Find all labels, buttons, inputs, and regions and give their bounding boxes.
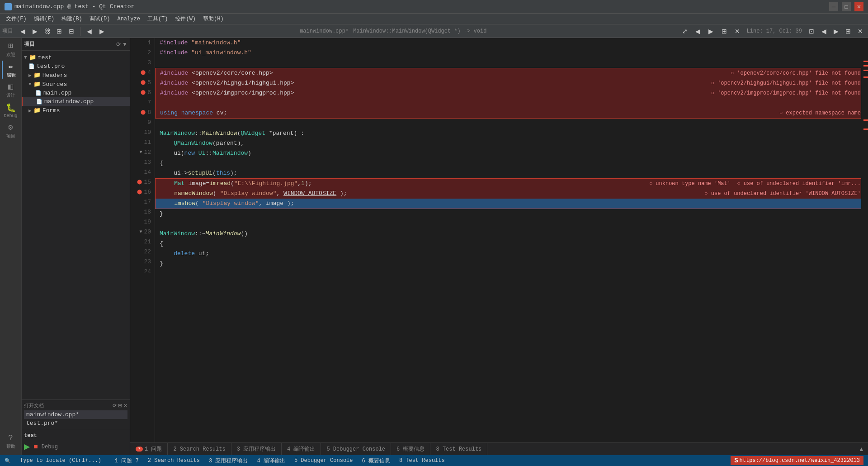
bp-tab-search[interactable]: 2 Search Results [168,443,231,456]
gutter-12: ▼12 [132,147,151,157]
icon-bar-welcome[interactable]: ⊞ 欢迎 [2,40,20,58]
tab-file-name: mainwindow.cpp* [300,28,349,34]
project-label: 项目 [6,133,15,139]
menu-tools[interactable]: 工具(T) [144,14,172,24]
code-line-9 [155,119,861,128]
app-container: mainwindow.cpp @ test - Qt Creator ─ □ ✕… [0,0,868,466]
toolbar-view4[interactable]: ⊞ [843,26,854,37]
icon-bar-project[interactable]: ⚙ 项目 [2,122,20,140]
icon-bar-debug[interactable]: 🐛 Debug [2,101,20,119]
title-bar: mainwindow.cpp @ test - Qt Creator ─ □ ✕ [0,0,868,14]
help-label: 帮助 [6,443,15,450]
code-line-1: #include "mainwindow.h" [155,38,861,48]
menu-bar: 文件(F) 编辑(E) 构建(B) 调试(D) Analyze 工具(T) 控件… [0,14,868,24]
gutter-19: 19 [132,217,151,227]
gutter-17: 17 [132,197,151,207]
bp-tab-test[interactable]: 8 Test Results [430,443,487,456]
scrollbar-err-4 [863,76,868,78]
tree-item-root[interactable]: ▼ 📁 test [22,53,130,62]
minimize-button[interactable]: ─ [829,2,838,11]
toolbar-view2[interactable]: ◀ [818,26,829,37]
tree-item-pro[interactable]: 📄 test.pro [22,62,130,71]
code-line-10: MainWindow::MainWindow(QWidget *parent) … [155,128,861,138]
tree-item-headers[interactable]: ▶ 📁 Headers [22,71,130,80]
icon-bar-design[interactable]: ◧ 设计 [2,81,20,99]
menu-edit[interactable]: 编辑(E) [30,14,58,24]
code-line-4: #include <opencv2/core/core.hpp> ○ 'open… [156,68,861,78]
err-msg-15: ○ unknown type name 'Mat' ○ use of undec… [649,179,861,189]
bp-tab-compile[interactable]: 4 编译输出 [282,443,321,456]
toolbar-close-split[interactable]: ✕ [732,26,743,37]
toolbar-next[interactable]: ▶ [29,26,40,37]
toolbar-back[interactable]: ◀ [693,26,703,37]
toolbar-split-v[interactable]: ⊞ [719,26,730,37]
icon-bar-help[interactable]: ? 帮助 [2,433,20,451]
code-line-18: } [155,209,861,219]
bp-tab-issues[interactable]: 7 1 问题 [130,443,168,456]
status-search-hint[interactable]: Type to locate (Ctrl+...) [20,457,101,464]
toolbar-link[interactable]: ⛓ [42,26,52,37]
welcome-label: 欢迎 [6,52,15,58]
tree-item-mainwindow[interactable]: 📄 mainwindow.cpp [22,97,130,106]
menu-build[interactable]: 构建(B) [58,14,86,24]
mainwindow-file-icon: 📄 [36,99,42,105]
bp-tab-overview[interactable]: 6 概要信息 [391,443,430,456]
toolbar-split-h[interactable]: ⊟ [66,26,77,37]
sources-expand-icon: ▼ [28,81,32,87]
device-sub-label: Debug [42,444,58,450]
toolbar-left-arrow[interactable]: ◀ [84,26,94,37]
bp-tab-debugger[interactable]: 5 Debugger Console [321,443,391,456]
tree-item-main[interactable]: 📄 main.cpp [22,89,130,97]
toolbar-forward[interactable]: ▶ [706,26,717,37]
close-button[interactable]: ✕ [854,2,863,11]
toolbar-view1[interactable]: ⊡ [806,26,817,37]
bp-tab-app-output[interactable]: 3 应用程序输出 [231,443,282,456]
panel-up-btn[interactable]: ▲ [859,446,864,452]
menu-file[interactable]: 文件(F) [2,14,30,24]
code-line-21: { [155,239,861,249]
run-button[interactable]: ▶ [24,441,30,453]
open-docs-expand[interactable]: ⊞ [118,403,122,409]
stop-button[interactable]: ■ [33,443,38,451]
maximize-button[interactable]: □ [842,2,851,11]
status-compile: 4 编译输出 [257,457,285,465]
tree-pro-label: test.pro [37,63,65,70]
code-area[interactable]: 1 2 3 ⬤4 ⬤5 ⬤6 7 ⬤8 9 10 11 ▼12 13 14 [130,38,868,442]
code-body[interactable]: #include "mainwindow.h" #include "ui_mai… [155,38,861,442]
gutter-6: ⬤6 [132,88,151,98]
toolbar-prev[interactable]: ◀ [17,26,28,37]
mini-scrollbar[interactable] [861,38,868,442]
root-icon: 📁 [29,54,36,61]
sidebar-filter-btn[interactable]: ▼ [122,41,127,48]
tree-item-forms[interactable]: ▶ 📁 Forms [22,106,130,115]
icon-bar-edit[interactable]: ✏ 编辑 [2,61,20,79]
code-line-2: #include "ui_mainwindow.h" [155,48,861,58]
code-line-8: using namespace cv; ○ expected namespace… [156,108,861,118]
weixin-badge: S https://blog.csdn.net/weixin_42322013 [731,456,863,465]
open-doc-mainwindow[interactable]: mainwindow.cpp* [24,410,127,419]
open-doc-testpro[interactable]: test.pro* [24,419,127,428]
toolbar-view3[interactable]: ▶ [830,26,841,37]
debug-icon: 🐛 [6,103,16,113]
open-docs-sync[interactable]: ⟳ [113,403,117,409]
code-line-17: imshow( "Display window", image ); [156,199,861,209]
menu-analyze[interactable]: Analyze [113,15,143,23]
menu-debug[interactable]: 调试(D) [86,14,114,24]
toolbar-expand[interactable]: ⤢ [679,26,690,37]
menu-controls[interactable]: 控件(W) [171,14,199,24]
tab-function-name: MainWindow::MainWindow(QWidget *) -> voi… [353,28,486,34]
toolbar-right-arrow[interactable]: ▶ [96,26,107,37]
issues-label: 1 问题 [145,445,162,453]
tree-item-sources[interactable]: ▼ 📁 Sources [22,80,130,89]
sidebar-sync-btn[interactable]: ⟳ [116,41,121,48]
toolbar-view5[interactable]: ✕ [855,26,866,37]
toolbar-snap[interactable]: ⊞ [54,26,65,37]
menu-help[interactable]: 帮助(H) [199,14,227,24]
scrollbar-err-2 [863,65,868,67]
code-line-13: { [155,158,861,168]
status-test: 8 Test Results [399,457,445,464]
open-docs-close[interactable]: ✕ [123,403,127,409]
toolbar-sep-1 [80,27,80,36]
forms-expand-icon: ▶ [28,108,32,114]
sidebar-title: 项目 [24,40,35,48]
